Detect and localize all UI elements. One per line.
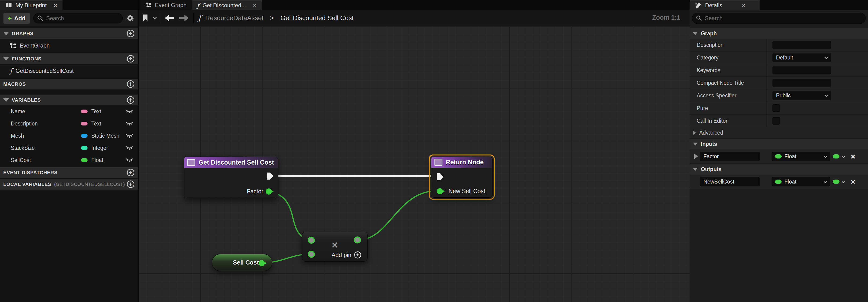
add-local-variable-button[interactable]: +	[127, 181, 134, 188]
tab-details[interactable]: Details ×	[690, 0, 760, 10]
function-node-icon	[434, 159, 442, 166]
keywords-field[interactable]	[773, 66, 831, 74]
output-type-value: Float	[784, 179, 796, 185]
add-graph-button[interactable]: +	[127, 30, 134, 37]
access-specifier-dropdown[interactable]: Public	[773, 91, 831, 100]
new-sell-cost-pin-label: New Sell Cost	[448, 188, 485, 194]
multiply-output-pin[interactable]	[354, 237, 361, 243]
node-sell-cost-getter[interactable]: Sell Cost	[212, 254, 272, 271]
section-variables[interactable]: VARIABLES +	[0, 95, 137, 105]
advanced-label: Advanced	[699, 130, 723, 136]
selection-outline: Return Node New Sell Cost	[429, 154, 495, 200]
forward-arrow-icon[interactable]	[179, 14, 189, 22]
add-variable-button[interactable]: +	[127, 96, 134, 104]
back-arrow-icon[interactable]	[164, 14, 175, 22]
default-value-pill[interactable]	[833, 154, 839, 158]
chevron-down-icon[interactable]	[842, 155, 845, 158]
details-search-input[interactable]: Search	[692, 13, 866, 24]
sidebar-item-getdiscountedsellcost[interactable]: ƒ GetDiscountedSellCost	[0, 64, 137, 78]
prop-row-description: Description	[690, 39, 868, 52]
expand-arrow-icon[interactable]	[694, 154, 698, 159]
node-title: Return Node	[446, 159, 484, 166]
multiply-input-pin-b[interactable]	[308, 251, 315, 258]
variable-row-description[interactable]: Description Text	[0, 118, 137, 130]
access-specifier-value: Public	[776, 92, 791, 99]
node-return[interactable]: Return Node New Sell Cost	[431, 157, 493, 198]
closed-eye-icon[interactable]	[125, 146, 133, 150]
add-pin-button[interactable]: Add pin +	[332, 251, 361, 259]
details-section-inputs[interactable]: Inputs	[690, 139, 868, 149]
breadcrumb-root[interactable]: ResourceDataAsset	[205, 14, 264, 22]
output-name-field[interactable]: NewSellCost	[700, 177, 760, 186]
node-header: Get Discounted Sell Cost	[184, 157, 278, 168]
section-graphs[interactable]: GRAPHS +	[0, 28, 137, 39]
bookmark-icon[interactable]	[142, 14, 148, 22]
add-button-label: Add	[14, 15, 26, 22]
input-type-dropdown[interactable]: Float	[772, 152, 830, 161]
sidebar-item-eventgraph[interactable]: EventGraph	[0, 39, 137, 53]
section-local-variables[interactable]: LOCAL VARIABLES (GETDISCOUNTEDSELLCOST) …	[0, 179, 137, 190]
prop-row-keywords: Keywords	[690, 64, 868, 77]
variable-row-mesh[interactable]: Mesh Static Mesh	[0, 130, 137, 142]
bookmark-dropdown-chevron-icon[interactable]	[153, 16, 157, 20]
delete-output-button[interactable]: ×	[851, 177, 855, 186]
call-in-editor-checkbox[interactable]	[773, 117, 780, 125]
collapse-arrow-icon	[3, 98, 9, 102]
my-blueprint-panel: My Blueprint × + Add Search	[0, 0, 138, 302]
sell-cost-output-pin[interactable]	[259, 260, 265, 266]
add-button[interactable]: + Add	[3, 13, 30, 24]
details-section-outputs[interactable]: Outputs	[690, 164, 868, 175]
plus-icon: +	[8, 14, 12, 22]
section-event-dispatchers[interactable]: EVENT DISPATCHERS +	[0, 167, 137, 178]
description-field[interactable]	[773, 41, 831, 49]
variable-row-name[interactable]: Name Text	[0, 105, 137, 118]
multiply-input-pin-a[interactable]	[308, 237, 315, 244]
tab-event-graph[interactable]: Event Graph	[141, 0, 192, 10]
closed-eye-icon[interactable]	[125, 109, 133, 114]
new-sell-cost-input-pin[interactable]	[437, 188, 443, 194]
prop-row-compact-node-title: Compact Node Title	[690, 77, 868, 89]
node-get-discounted-sell-cost[interactable]: Get Discounted Sell Cost Factor	[184, 157, 278, 198]
section-macros[interactable]: MACROS +	[0, 79, 137, 89]
closed-eye-icon[interactable]	[125, 158, 133, 162]
section-functions[interactable]: FUNCTIONS +	[0, 53, 137, 64]
exec-output-pin[interactable]	[267, 172, 274, 180]
closed-eye-icon[interactable]	[125, 134, 133, 138]
graph-canvas[interactable]: Get Discounted Sell Cost Factor Return N…	[138, 26, 690, 302]
factor-output-pin[interactable]	[266, 188, 272, 194]
add-event-dispatcher-button[interactable]: +	[127, 169, 134, 176]
settings-gear-icon[interactable]	[126, 14, 134, 23]
exec-input-pin[interactable]	[436, 173, 444, 181]
details-section-graph[interactable]: Graph	[690, 28, 868, 39]
close-icon[interactable]: ×	[54, 2, 57, 9]
variable-name: Name	[11, 109, 81, 115]
input-name-field[interactable]: Factor	[700, 152, 760, 161]
category-dropdown[interactable]: Default	[773, 53, 831, 62]
pure-checkbox[interactable]	[773, 104, 780, 112]
delete-input-button[interactable]: ×	[851, 152, 855, 161]
add-function-button[interactable]: +	[127, 55, 134, 62]
variable-row-stacksize[interactable]: StackSize Integer	[0, 142, 137, 154]
blueprint-search-input[interactable]: Search	[33, 13, 123, 23]
tab-label: Get Discounted...	[203, 2, 246, 9]
close-icon[interactable]: ×	[253, 2, 256, 9]
prop-row-category: Category Default	[690, 52, 868, 64]
variable-row-sellcost[interactable]: SellCost Float	[0, 154, 137, 166]
compact-node-title-field[interactable]	[773, 79, 831, 87]
tab-get-discounted[interactable]: ƒ Get Discounted... ×	[192, 0, 262, 10]
factor-pin-label: Factor	[247, 188, 264, 195]
tab-my-blueprint[interactable]: My Blueprint ×	[0, 0, 62, 10]
breadcrumb-current[interactable]: Get Discounted Sell Cost	[280, 14, 354, 22]
unreal-blueprint-editor: My Blueprint × + Add Search	[0, 0, 868, 302]
chevron-down-icon[interactable]	[842, 180, 845, 183]
add-macro-button[interactable]: +	[127, 80, 134, 88]
node-multiply[interactable]: × Add pin +	[302, 232, 368, 262]
graph-toolbar: ƒ ResourceDataAsset > Get Discounted Sel…	[138, 10, 690, 26]
default-value-pill[interactable]	[833, 180, 839, 184]
output-type-dropdown[interactable]: Float	[772, 177, 830, 186]
chevron-down-icon	[825, 55, 828, 59]
advanced-expander[interactable]: Advanced	[690, 127, 868, 139]
closed-eye-icon[interactable]	[125, 121, 133, 126]
close-icon[interactable]: ×	[742, 2, 745, 9]
section-label: GRAPHS	[12, 31, 33, 36]
